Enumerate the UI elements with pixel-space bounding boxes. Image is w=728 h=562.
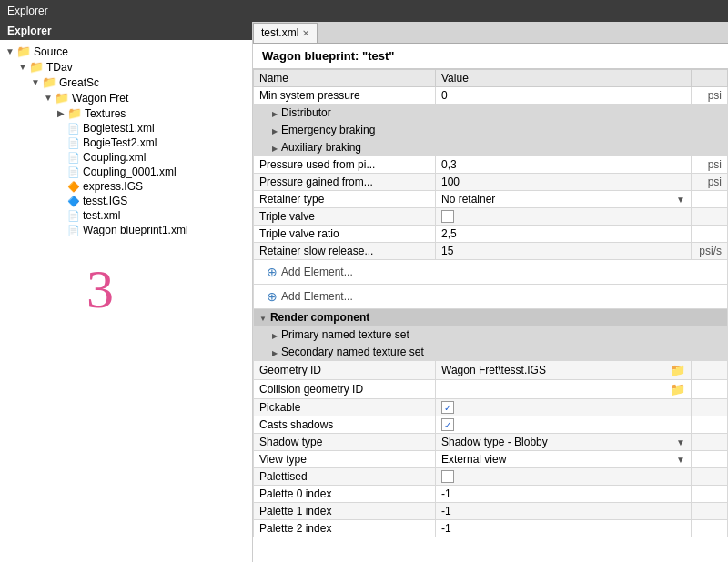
- tree-item-wagon-fret[interactable]: ▼📁Wagon Fret: [0, 90, 252, 105]
- folder-browse-btn[interactable]: 📁: [670, 363, 685, 377]
- prop-unit-cell: [692, 486, 728, 503]
- add-element-btn[interactable]: ⊕ Add Element...: [259, 262, 722, 282]
- prop-value-cell[interactable]: ✓: [436, 399, 692, 416]
- tree-item-tdav[interactable]: ▼📁TDav: [0, 59, 252, 75]
- checkbox-cell[interactable]: [441, 210, 685, 223]
- tree-item-source[interactable]: ▼📁Source: [0, 44, 252, 59]
- prop-unit-cell: [692, 434, 728, 451]
- tab-close-icon[interactable]: ✕: [302, 28, 309, 38]
- subgroup-expand-arrow: ▶: [272, 332, 278, 340]
- props-subgroup-row[interactable]: ▶Auxiliary braking: [254, 139, 728, 156]
- tree-item-textures[interactable]: ▶📁Textures: [0, 105, 252, 121]
- folder-value-cell: 📁: [441, 382, 685, 396]
- prop-value-cell[interactable]: [436, 208, 692, 226]
- prop-name-cell: Palettised: [254, 468, 436, 486]
- data-value: 100: [441, 176, 460, 188]
- prop-value-cell: 2,5: [436, 226, 692, 243]
- prop-unit-cell: [692, 399, 728, 416]
- dropdown-value[interactable]: Shadow type - Blobby ▼: [441, 436, 685, 448]
- prop-name-cell: Retainer slow release...: [254, 243, 436, 260]
- dropdown-arrow-icon: ▼: [676, 455, 685, 465]
- folder-icon: 📁: [67, 106, 82, 120]
- folder-browse-btn[interactable]: 📁: [670, 382, 685, 396]
- dropdown-text: No retainer: [441, 193, 495, 206]
- props-subgroup-row[interactable]: ▶Emergency braking: [254, 122, 728, 139]
- prop-value-cell[interactable]: No retainer ▼: [436, 191, 692, 208]
- col-unit-header: [692, 70, 728, 87]
- dropdown-arrow-icon: ▼: [676, 195, 685, 205]
- checkbox-checked-icon[interactable]: ✓: [441, 418, 454, 431]
- main-layout: Explorer ▼📁Source▼📁TDav▼📁GreatSc▼📁Wagon …: [0, 22, 728, 562]
- group-label: ▼Render component: [254, 309, 728, 326]
- dropdown-value[interactable]: No retainer ▼: [441, 193, 685, 206]
- tree-label: Coupling.xml: [83, 151, 146, 164]
- subgroup-expand-arrow: ▶: [272, 349, 278, 357]
- prop-unit-cell: [692, 451, 728, 468]
- properties-panel: test.xml ✕ Wagon blueprint: "test" Name …: [253, 22, 728, 562]
- tree-item-bogietest1[interactable]: 📄Bogietest1.xml: [0, 121, 252, 135]
- checkbox-checked-cell[interactable]: ✓: [441, 418, 685, 431]
- prop-value-cell[interactable]: Wagon Fret\tesst.IGS 📁: [436, 361, 692, 380]
- tree-item-bogietest2[interactable]: 📄BogieTest2.xml: [0, 135, 252, 150]
- checkbox-icon[interactable]: [441, 470, 454, 483]
- prop-value-cell[interactable]: ✓: [436, 416, 692, 434]
- add-element-cell[interactable]: ⊕ Add Element...: [254, 285, 728, 309]
- props-table: Name Value Min system pressure 0 psi ▶Di…: [253, 69, 728, 537]
- tree-item-greatsc[interactable]: ▼📁GreatSc: [0, 75, 252, 90]
- folder-icon: 📁: [42, 75, 56, 89]
- tree-item-coupling[interactable]: 📄Coupling.xml: [0, 150, 252, 165]
- top-bar-title: Explorer: [7, 5, 48, 17]
- prop-value-cell: 0: [436, 87, 692, 105]
- props-subgroup-row[interactable]: ▶Secondary named texture set: [254, 344, 728, 361]
- prop-value-cell[interactable]: Shadow type - Blobby ▼: [436, 434, 692, 451]
- explorer-panel: Explorer ▼📁Source▼📁TDav▼📁GreatSc▼📁Wagon …: [0, 22, 253, 562]
- prop-unit-cell: psi: [692, 156, 728, 174]
- folder-icon: 📁: [55, 91, 69, 105]
- tree-label: Textures: [85, 107, 126, 120]
- data-value: 15: [441, 245, 453, 257]
- tree-item-express[interactable]: 🔶express.IGS: [0, 179, 252, 194]
- props-data-row: Retainer type No retainer ▼: [254, 191, 728, 208]
- checkbox-cell[interactable]: [441, 470, 685, 483]
- props-add-row[interactable]: ⊕ Add Element...: [254, 285, 728, 309]
- prop-unit-cell: [692, 416, 728, 434]
- add-element-btn[interactable]: ⊕ Add Element...: [259, 286, 722, 306]
- props-group-row[interactable]: ▼Render component: [254, 309, 728, 326]
- props-data-row: Geometry ID Wagon Fret\tesst.IGS 📁: [254, 361, 728, 380]
- checkbox-checked-cell[interactable]: ✓: [441, 401, 685, 414]
- prop-unit-cell: [692, 191, 728, 208]
- props-data-row: View type External view ▼: [254, 451, 728, 468]
- props-data-row: Palette 2 index -1: [254, 520, 728, 537]
- prop-value-cell[interactable]: External view ▼: [436, 451, 692, 468]
- prop-unit-cell: psi: [692, 87, 728, 105]
- props-data-row: Collision geometry ID 📁: [254, 380, 728, 399]
- tree-item-wagonblueprint1[interactable]: 📄Wagon blueprint1.xml: [0, 223, 252, 237]
- data-value: -1: [441, 487, 451, 500]
- props-data-row: Min system pressure 0 psi: [254, 87, 728, 105]
- tree-item-test[interactable]: 📄test.xml: [0, 208, 252, 223]
- props-data-row: Pressure gained from... 100 psi: [254, 174, 728, 191]
- prop-value-cell: -1: [436, 520, 692, 537]
- tree-label: express.IGS: [83, 180, 143, 193]
- checkbox-checked-icon[interactable]: ✓: [441, 401, 454, 414]
- tree-arrow: ▼: [4, 46, 16, 56]
- data-value: 0,3: [441, 158, 457, 171]
- tab-bar: test.xml ✕: [253, 22, 728, 44]
- props-add-row[interactable]: ⊕ Add Element...: [254, 260, 728, 285]
- add-element-cell[interactable]: ⊕ Add Element...: [254, 260, 728, 285]
- tree-item-tesst[interactable]: 🔷tesst.IGS: [0, 194, 252, 208]
- prop-value-cell[interactable]: [436, 468, 692, 486]
- tab-test-xml[interactable]: test.xml ✕: [253, 23, 318, 43]
- props-data-row: Pressure used from pi... 0,3 psi: [254, 156, 728, 174]
- tree-label: Bogietest1.xml: [83, 122, 155, 135]
- group-expand-arrow: ▼: [259, 315, 267, 323]
- tree-item-coupling0001[interactable]: 📄Coupling_0001.xml: [0, 165, 252, 179]
- props-subgroup-row[interactable]: ▶Distributor: [254, 105, 728, 122]
- igs2-file-icon: 🔶: [67, 181, 80, 193]
- props-subgroup-row[interactable]: ▶Primary named texture set: [254, 326, 728, 344]
- checkbox-icon[interactable]: [441, 210, 454, 223]
- prop-value-cell[interactable]: 📁: [436, 380, 692, 399]
- dropdown-value[interactable]: External view ▼: [441, 453, 685, 466]
- props-data-row: Triple valve ratio 2,5: [254, 226, 728, 243]
- xml-file-icon: 📄: [67, 137, 80, 149]
